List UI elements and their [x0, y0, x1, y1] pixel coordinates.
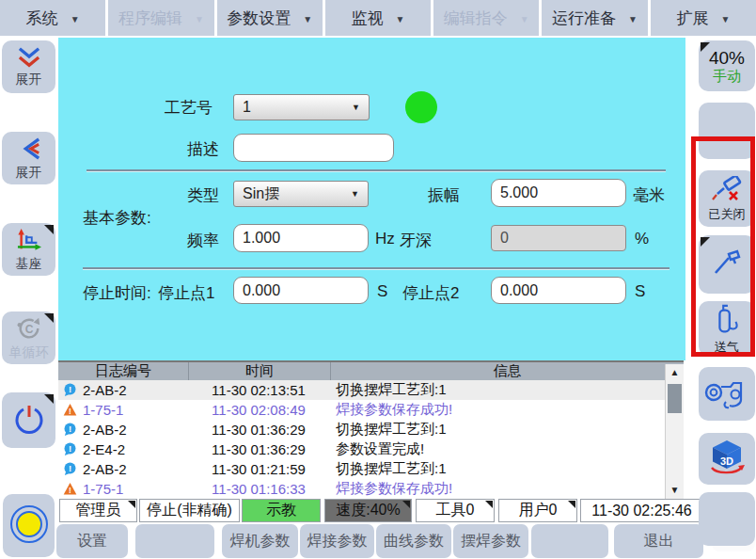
- log-message: 参数设置完成!: [329, 440, 684, 458]
- warning-icon: !: [63, 482, 77, 496]
- log-row[interactable]: !2-E4-2 11-30 01:36:29 参数设置完成!: [58, 439, 684, 459]
- log-message: 切换摆焊工艺到:1: [329, 381, 684, 399]
- menu-label: 参数设置: [227, 8, 291, 29]
- log-scrollbar[interactable]: ▲ ▼: [665, 364, 684, 501]
- menu-label: 运行准备: [552, 8, 616, 29]
- manual-mode-label: 手动: [713, 68, 741, 84]
- expand-down-button[interactable]: 展开: [2, 40, 55, 93]
- menu-parameter-settings[interactable]: 参数设置 ▼: [217, 0, 323, 36]
- stop-point1-label: 停止点1: [158, 282, 214, 304]
- log-row[interactable]: !2-AB-2 11-30 02:13:51 切换摆焊工艺到:1: [58, 380, 684, 400]
- camera-view-button[interactable]: [699, 367, 755, 421]
- button-label: 曲线参数: [384, 532, 444, 551]
- divider: [87, 169, 666, 172]
- menu-run-prepare[interactable]: 运行准备 ▼: [542, 0, 647, 36]
- power-button[interactable]: [2, 392, 55, 448]
- 3d-cube-icon: 3D: [707, 439, 747, 480]
- basic-params-label: 基本参数:: [83, 207, 151, 229]
- status-mode-teach[interactable]: 示教: [242, 499, 321, 522]
- speed-mode-button[interactable]: 40% 手动: [699, 40, 755, 91]
- stop-point1-input[interactable]: 0.000: [233, 277, 369, 304]
- stop-point2-label: 停止点2: [402, 282, 459, 304]
- svg-text:!: !: [69, 464, 71, 473]
- button-label: 单循环: [9, 345, 49, 359]
- welding-params-button[interactable]: 焊接参数: [300, 524, 374, 558]
- corner-triangle-icon: [128, 501, 135, 508]
- status-user-frame[interactable]: 用户0: [498, 499, 577, 522]
- gas-feed-button[interactable]: 送气: [699, 301, 755, 356]
- log-row[interactable]: !2-AB-2 11-30 01:21:59 切换摆焊工艺到:1: [58, 459, 684, 479]
- log-row[interactable]: !2-AB-2 11-30 01:36:29 切换摆焊工艺到:1: [58, 420, 684, 439]
- log-row[interactable]: !1-75-1 11-30 01:16:33 焊接参数保存成功!: [58, 479, 684, 499]
- process-no-select[interactable]: 1 ▼: [233, 94, 370, 120]
- scroll-up-icon[interactable]: ▲: [666, 366, 684, 379]
- status-label: 管理员: [76, 501, 121, 520]
- status-label: 停止(非精确): [147, 501, 232, 520]
- menu-extend[interactable]: 扩展 ▼: [651, 0, 756, 36]
- speed-value: 40%: [709, 48, 745, 68]
- frequency-input[interactable]: 1.000: [233, 224, 369, 252]
- log-col-header-time: 时间: [189, 362, 331, 380]
- process-no-label: 工艺号: [165, 97, 213, 119]
- bottom-empty-button-1: [135, 524, 214, 558]
- menu-label: 程序编辑: [118, 8, 182, 29]
- amplitude-input[interactable]: 5.000: [491, 179, 626, 207]
- svg-text:!: !: [69, 407, 71, 416]
- welder-params-button[interactable]: 焊机参数: [222, 524, 298, 558]
- settings-button[interactable]: 设置: [56, 524, 128, 558]
- description-input[interactable]: [233, 134, 394, 162]
- process-no-value: 1: [243, 99, 251, 116]
- status-speed[interactable]: 速度:40%: [324, 499, 412, 522]
- menu-monitor[interactable]: 监视 ▼: [325, 0, 431, 36]
- corner-triangle-icon: [568, 501, 575, 508]
- base-frame-button[interactable]: 基座: [2, 223, 55, 276]
- button-label: 退出: [644, 532, 674, 551]
- scrollbar-thumb[interactable]: [668, 384, 682, 413]
- log-col-header-id: 日志编号: [58, 362, 189, 380]
- camera-hand-icon: [703, 374, 750, 415]
- info-icon: !: [63, 442, 77, 456]
- description-label: 描述: [187, 138, 219, 160]
- 3d-view-button[interactable]: 3D: [699, 433, 755, 485]
- status-tool[interactable]: 工具0: [416, 499, 495, 522]
- servo-lamp-button[interactable]: [3, 494, 55, 557]
- corner-triangle-icon: [402, 501, 410, 508]
- status-clock: 11-30 02:25:46: [580, 499, 703, 522]
- single-cycle-button[interactable]: C 单循环: [2, 311, 55, 364]
- clock-value: 11-30 02:25:46: [591, 503, 691, 519]
- expand-left-button[interactable]: 展开: [2, 132, 55, 184]
- tooth-depth-input: 0: [491, 225, 626, 251]
- stop-point2-input[interactable]: 0.000: [491, 277, 626, 304]
- menu-system[interactable]: 系统 ▼: [0, 0, 105, 36]
- amplitude-value: 5.000: [500, 184, 538, 201]
- status-label: 工具0: [436, 501, 475, 520]
- log-time: 11-30 02:13:51: [188, 382, 329, 398]
- menu-label: 系统: [26, 8, 58, 29]
- status-user[interactable]: 管理员: [59, 499, 137, 522]
- curve-params-button[interactable]: 曲线参数: [376, 524, 451, 558]
- amplitude-unit: 毫米: [633, 184, 665, 206]
- status-motion-state: 停止(非精确): [139, 499, 240, 522]
- exit-button[interactable]: 退出: [614, 524, 703, 558]
- arc-closed-button[interactable]: 已关闭: [699, 170, 755, 227]
- weave-params-button[interactable]: 摆焊参数: [453, 524, 528, 558]
- button-label: 摆焊参数: [461, 532, 521, 551]
- scroll-down-icon[interactable]: ▼: [666, 484, 684, 497]
- weave-type-select[interactable]: Sin摆 ▼: [233, 181, 369, 207]
- menu-program-edit[interactable]: 程序编辑 ▼: [108, 0, 213, 36]
- divider: [83, 267, 669, 270]
- status-label: 用户0: [519, 501, 558, 520]
- menu-edit-command[interactable]: 编辑指令 ▼: [433, 0, 539, 36]
- right-empty-button-2: [699, 492, 755, 546]
- chevron-down-icon: ▼: [520, 14, 529, 24]
- expand-left-icon: [18, 136, 40, 165]
- log-row[interactable]: !1-75-1 11-30 02:08:49 焊接参数保存成功!: [58, 400, 684, 420]
- chevron-down-icon: ▼: [71, 14, 80, 24]
- torch-button[interactable]: [699, 235, 755, 294]
- log-message: 焊接参数保存成功!: [329, 480, 684, 498]
- status-label: 速度:40%: [336, 501, 400, 520]
- log-id: 1-75-1: [83, 402, 123, 418]
- stop-point2-value: 0.000: [500, 282, 538, 299]
- log-header: 日志编号 时间 信息: [58, 362, 684, 380]
- power-icon: [13, 403, 45, 439]
